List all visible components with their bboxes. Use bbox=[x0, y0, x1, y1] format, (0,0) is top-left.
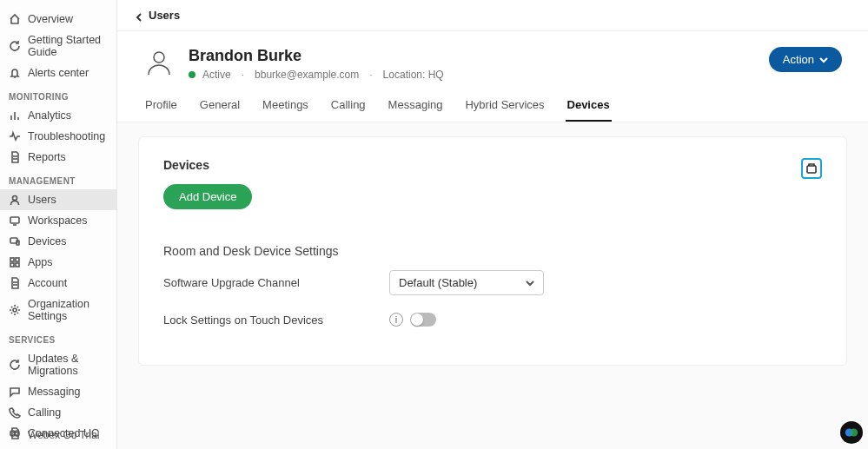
sidebar-item-label: Overview bbox=[28, 13, 73, 25]
bars-icon bbox=[9, 109, 21, 122]
refresh-icon bbox=[9, 40, 21, 52]
chevron-down-icon bbox=[819, 56, 828, 64]
gear-icon bbox=[9, 304, 21, 316]
svg-rect-11 bbox=[16, 258, 19, 261]
sidebar-item-label: Users bbox=[28, 194, 56, 206]
home-icon bbox=[9, 13, 21, 25]
action-button[interactable]: Action bbox=[769, 47, 842, 72]
tab-calling[interactable]: Calling bbox=[329, 89, 368, 122]
sidebar-item-troubleshooting[interactable]: Troubleshooting bbox=[0, 126, 116, 147]
sidebar-footer[interactable]: Webex Go Trial bbox=[0, 420, 117, 449]
sidebar-item-label: Troubleshooting bbox=[28, 130, 105, 142]
lock-settings-toggle[interactable] bbox=[410, 313, 436, 327]
sidebar-item-account[interactable]: Account bbox=[0, 273, 116, 294]
refresh-icon bbox=[9, 359, 21, 371]
svg-rect-13 bbox=[16, 263, 19, 267]
tab-general[interactable]: General bbox=[198, 89, 242, 122]
sidebar-item-updates-migrations[interactable]: Updates & Migrations bbox=[0, 348, 116, 381]
sidebar-item-label: Account bbox=[28, 277, 67, 289]
svg-point-5 bbox=[13, 196, 17, 201]
user-icon bbox=[9, 194, 21, 206]
doc-icon bbox=[9, 277, 21, 289]
sidebar-item-overview[interactable]: Overview bbox=[0, 9, 116, 30]
svg-rect-6 bbox=[10, 217, 19, 223]
sidebar-section-header: SERVICES bbox=[0, 327, 116, 348]
sidebar-item-label: Reports bbox=[28, 151, 66, 163]
tab-meetings[interactable]: Meetings bbox=[261, 89, 310, 122]
sidebar-item-label: Calling bbox=[28, 406, 61, 419]
software-channel-select[interactable]: Default (Stable) bbox=[389, 270, 544, 295]
bell-icon bbox=[9, 67, 21, 79]
add-device-label: Add Device bbox=[179, 190, 236, 203]
sidebar-item-apps[interactable]: Apps bbox=[0, 252, 116, 273]
sidebar-item-label: Analytics bbox=[28, 109, 71, 122]
user-location: Location: HQ bbox=[383, 69, 444, 81]
sidebar-item-label: Alerts center bbox=[28, 67, 89, 79]
breadcrumb[interactable]: Users bbox=[117, 0, 868, 31]
svg-rect-12 bbox=[10, 263, 14, 267]
software-channel-label: Software Upgrade Channel bbox=[163, 276, 389, 289]
svg-rect-24 bbox=[807, 166, 816, 173]
sidebar-item-label: Apps bbox=[28, 256, 53, 268]
tab-messaging[interactable]: Messaging bbox=[387, 89, 445, 122]
workspace-icon bbox=[9, 215, 21, 227]
svg-point-26 bbox=[850, 429, 858, 437]
tab-hybrid-services[interactable]: Hybrid Services bbox=[463, 89, 546, 122]
chat-icon bbox=[9, 386, 21, 398]
sidebar-item-users[interactable]: Users bbox=[0, 189, 116, 210]
sidebar-item-label: Organization Settings bbox=[28, 298, 108, 322]
sidebar-item-alerts-center[interactable]: Alerts center bbox=[0, 63, 116, 83]
export-csv-button[interactable] bbox=[801, 158, 822, 179]
sidebar-item-reports[interactable]: Reports bbox=[0, 147, 116, 168]
sidebar-item-label: Messaging bbox=[28, 386, 80, 398]
svg-point-16 bbox=[13, 308, 17, 312]
webex-brand-icon bbox=[840, 421, 863, 444]
software-channel-value: Default (Stable) bbox=[399, 276, 477, 289]
svg-point-23 bbox=[154, 52, 164, 63]
sidebar-footer-label: Webex Go Trial bbox=[28, 429, 99, 441]
action-button-label: Action bbox=[783, 53, 814, 66]
doc-icon bbox=[9, 151, 21, 163]
sidebar-item-messaging[interactable]: Messaging bbox=[0, 381, 116, 402]
tab-profile[interactable]: Profile bbox=[143, 89, 179, 122]
toggle-knob bbox=[411, 314, 423, 326]
user-status: Active bbox=[202, 69, 231, 81]
sidebar-section-header: MANAGEMENT bbox=[0, 168, 116, 189]
devices-heading: Devices bbox=[163, 158, 252, 172]
sidebar: OverviewGetting Started GuideAlerts cent… bbox=[0, 0, 117, 449]
device-icon bbox=[9, 235, 21, 248]
chevron-left-icon bbox=[135, 11, 143, 20]
apps-icon bbox=[9, 256, 21, 268]
tab-devices[interactable]: Devices bbox=[566, 89, 612, 122]
avatar-icon bbox=[143, 47, 175, 78]
sidebar-item-label: Devices bbox=[28, 235, 66, 248]
lock-settings-row: Lock Settings on Touch Devices i bbox=[163, 313, 822, 327]
sidebar-item-getting-started-guide[interactable]: Getting Started Guide bbox=[0, 30, 116, 63]
pulse-icon bbox=[9, 130, 21, 142]
user-email: bburke@example.com bbox=[255, 69, 359, 81]
breadcrumb-label: Users bbox=[149, 9, 180, 22]
phone-icon bbox=[9, 406, 21, 419]
info-icon[interactable]: i bbox=[389, 313, 403, 327]
lock-settings-label: Lock Settings on Touch Devices bbox=[163, 314, 389, 327]
sidebar-item-devices[interactable]: Devices bbox=[0, 231, 116, 252]
sidebar-item-label: Getting Started Guide bbox=[28, 34, 108, 58]
sidebar-item-workspaces[interactable]: Workspaces bbox=[0, 210, 116, 231]
sidebar-section-header: MONITORING bbox=[0, 83, 116, 105]
sidebar-item-label: Updates & Migrations bbox=[28, 353, 108, 377]
tabs: ProfileGeneralMeetingsCallingMessagingHy… bbox=[117, 89, 868, 122]
devices-card: Devices Add Device Room and Desk Device … bbox=[138, 136, 847, 366]
svg-rect-10 bbox=[10, 258, 14, 261]
user-header: Brandon Burke Active bburke@example.com … bbox=[117, 31, 868, 89]
sidebar-item-label: Workspaces bbox=[28, 215, 88, 227]
main: Users Brandon Burke Active bburke@exampl… bbox=[117, 0, 868, 449]
room-desk-settings-heading: Room and Desk Device Settings bbox=[163, 244, 822, 258]
add-device-button[interactable]: Add Device bbox=[163, 184, 252, 209]
user-name: Brandon Burke bbox=[189, 47, 444, 65]
sidebar-item-organization-settings[interactable]: Organization Settings bbox=[0, 294, 116, 327]
sidebar-item-analytics[interactable]: Analytics bbox=[0, 105, 116, 126]
doc-icon bbox=[9, 427, 21, 442]
chevron-down-icon bbox=[526, 279, 534, 287]
status-dot-icon bbox=[189, 71, 195, 78]
software-channel-row: Software Upgrade Channel Default (Stable… bbox=[163, 270, 822, 295]
